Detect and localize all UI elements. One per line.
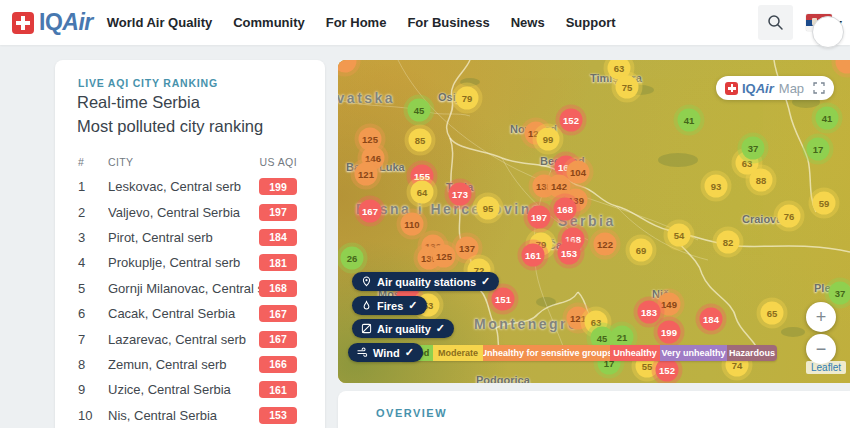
toggle-label: Air quality stations (377, 276, 476, 288)
aqi-marker[interactable]: 199 (658, 321, 681, 344)
aqi-marker[interactable]: 183 (638, 301, 661, 324)
aqi-marker[interactable]: 79 (456, 87, 479, 110)
aqi-marker[interactable]: 161 (522, 244, 545, 267)
row-rank: 10 (78, 408, 108, 423)
aqi-marker[interactable]: 173 (449, 183, 472, 206)
table-row[interactable]: 1Leskovac, Central serb199 (78, 174, 297, 199)
row-city: Valjevo, Central Serbia (108, 205, 259, 220)
legend-very-unhealthy: Very unhealthy (660, 345, 727, 361)
page: IQAir World Air QualityCommunityFor Home… (0, 0, 850, 428)
table-row[interactable]: 7Lazarevac, Central serb167 (78, 326, 297, 351)
nav-item-world-air-quality[interactable]: World Air Quality (107, 15, 212, 30)
aqi-marker[interactable]: 184 (700, 308, 723, 331)
aqi-marker[interactable]: 45 (408, 99, 431, 122)
map-brand-iqair: IQAir (742, 81, 774, 96)
row-city: Nis, Central Serbia (108, 408, 259, 423)
map-panel[interactable]: HrvatskaOsijekTimișoaraNovi SadBanja Luk… (338, 60, 850, 383)
aqi-marker[interactable]: 197 (528, 206, 551, 229)
row-rank: 7 (78, 332, 108, 347)
row-rank: 1 (78, 179, 108, 194)
table-row[interactable]: 4Prokuplje, Central serb181 (78, 250, 297, 275)
aqi-marker[interactable]: 95 (477, 197, 500, 220)
zoom-out-button[interactable]: − (806, 334, 836, 364)
map-toggle-air-quality[interactable]: Air quality✓ (352, 319, 454, 338)
aqi-marker[interactable]: 37 (742, 137, 765, 160)
aqi-marker[interactable]: 41 (678, 109, 701, 132)
table-row[interactable]: 6Cacak, Central Serbia167 (78, 301, 297, 326)
leaflet-link[interactable]: Leaflet (811, 362, 841, 373)
legend-moderate: Moderate (433, 345, 483, 361)
aqi-marker[interactable]: 104 (567, 161, 590, 184)
aqi-badge: 167 (259, 331, 297, 348)
aqi-marker[interactable]: 17 (807, 138, 830, 161)
aqi-marker[interactable]: 93 (705, 175, 728, 198)
aqi-marker[interactable]: 125 (433, 245, 456, 268)
row-city: Zemun, Central serb (108, 357, 259, 372)
table-row[interactable]: 3Pirot, Central serb184 (78, 225, 297, 250)
ranking-table-header: # CITY US AQI (78, 156, 297, 168)
table-row[interactable]: 5Gornji Milanovac, Central serb168 (78, 276, 297, 301)
aqi-badge: 168 (259, 280, 297, 297)
aqi-marker[interactable]: 168 (554, 198, 577, 221)
ranking-panel: LIVE AQI CITY RANKING Real-time SerbiaMo… (55, 60, 325, 428)
aqi-marker[interactable]: 76 (778, 205, 801, 228)
floating-button-partial[interactable] (812, 16, 844, 48)
leaflet-attribution[interactable]: Leaflet (806, 361, 846, 374)
table-row[interactable]: 2Valjevo, Central Serbia197 (78, 199, 297, 224)
aqi-marker[interactable]: 153 (558, 242, 581, 265)
aqi-marker[interactable]: 41 (816, 107, 839, 130)
row-rank: 9 (78, 382, 108, 397)
aqi-marker[interactable]: 64 (411, 181, 434, 204)
check-icon: ✓ (481, 275, 490, 288)
table-row[interactable]: 9Uzice, Central Serbia161 (78, 377, 297, 402)
table-row[interactable]: 10Nis, Central Serbia153 (78, 403, 297, 428)
nav-item-support[interactable]: Support (566, 15, 616, 30)
aqi-marker[interactable]: 110 (401, 213, 424, 236)
wind-icon (357, 347, 368, 358)
nav-item-for-home[interactable]: For Home (326, 15, 387, 30)
aqi-marker[interactable]: 149 (658, 293, 681, 316)
aqi-badge: 161 (259, 381, 297, 398)
nav-item-community[interactable]: Community (233, 15, 305, 30)
aqi-marker[interactable]: 37 (829, 282, 850, 305)
map-toggle-air-quality-stations[interactable]: Air quality stations✓ (352, 272, 499, 291)
header: IQAir World Air QualityCommunityFor Home… (0, 0, 850, 45)
search-icon (767, 14, 784, 31)
nav-item-news[interactable]: News (511, 15, 545, 30)
map-toggle-wind[interactable]: Wind✓ (348, 343, 423, 362)
row-city: Lazarevac, Central serb (108, 332, 259, 347)
iqair-logo-text: IQAir (39, 9, 93, 36)
aqi-marker[interactable]: 99 (537, 128, 560, 151)
aqi-badge: 184 (259, 229, 297, 246)
iqair-logo-icon (725, 82, 738, 95)
map-toggle-fires[interactable]: Fires✓ (352, 296, 427, 315)
fire-icon (361, 300, 372, 311)
iqair-logo[interactable]: IQAir (12, 9, 93, 36)
aqi-marker[interactable]: 122 (594, 233, 617, 256)
main-nav: World Air QualityCommunityFor HomeFor Bu… (107, 15, 616, 30)
aqi-marker[interactable]: 152 (656, 359, 679, 382)
aqi-marker[interactable]: 26 (341, 247, 364, 270)
aqi-marker[interactable]: 75 (616, 76, 639, 99)
row-rank: 2 (78, 205, 108, 220)
aqi-badge: 153 (259, 407, 297, 424)
map-brand-pill[interactable]: IQAir Map (716, 76, 834, 100)
search-button[interactable] (758, 5, 793, 40)
fullscreen-button[interactable] (808, 82, 825, 94)
aqi-marker[interactable]: 121 (355, 163, 378, 186)
aqi-marker[interactable]: 69 (630, 239, 653, 262)
table-row[interactable]: 8Zemun, Central serb166 (78, 352, 297, 377)
aqi-marker[interactable]: 65 (761, 302, 784, 325)
aqi-marker[interactable]: 85 (409, 129, 432, 152)
nav-item-for-business[interactable]: For Business (407, 15, 489, 30)
zoom-in-button[interactable]: + (806, 302, 836, 332)
aqi-marker[interactable]: 137 (456, 237, 479, 260)
aqi-marker[interactable]: 59 (813, 192, 836, 215)
aqi-marker[interactable]: 152 (560, 109, 583, 132)
overview-panel: OVERVIEW (338, 391, 850, 428)
live-ranking-eyebrow: LIVE AQI CITY RANKING (78, 77, 218, 89)
aqi-marker[interactable]: 82 (717, 231, 740, 254)
aqi-marker[interactable]: 54 (668, 224, 691, 247)
aqi-marker[interactable]: 151 (492, 288, 515, 311)
aqi-marker[interactable]: 167 (359, 200, 382, 223)
